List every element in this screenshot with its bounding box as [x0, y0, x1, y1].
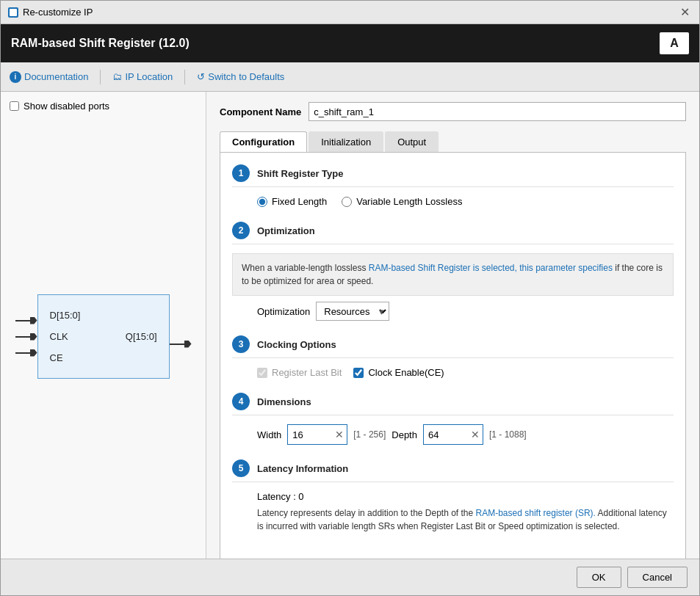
right-ports: [170, 321, 192, 352]
port-ce-arrow: [30, 349, 37, 357]
main-content: Show disabled ports: [1, 92, 699, 559]
svg-rect-0: [10, 9, 17, 16]
width-clear-button[interactable]: ✕: [332, 425, 347, 444]
latency-content: Latency : 0 Latency represents delay in …: [232, 491, 674, 533]
left-panel: Show disabled ports: [1, 92, 206, 559]
show-ports-row: Show disabled ports: [10, 101, 197, 112]
latency-desc-highlight: RAM-based shift register (SR).: [476, 508, 596, 518]
depth-input-wrap: ✕: [423, 424, 483, 445]
port-clk-arrow: [30, 333, 37, 341]
depth-clear-button[interactable]: ✕: [468, 425, 483, 444]
optimization-info-box: When a variable-length lossless RAM-base…: [232, 253, 674, 296]
clock-enable-option[interactable]: Clock Enable(CE): [353, 367, 444, 378]
component-ports: D[15:0] CLK Q[15:0] CE: [50, 305, 157, 368]
component-name-label: Component Name: [220, 106, 301, 117]
section-4-header: 4 Dimensions: [232, 393, 674, 415]
show-disabled-ports-checkbox[interactable]: [10, 101, 19, 111]
register-last-bit-checkbox: [257, 368, 267, 378]
ip-location-button[interactable]: 🗂 IP Location: [112, 71, 173, 82]
title-bar-left: Re-customize IP: [8, 7, 93, 18]
component-diagram: D[15:0] CLK Q[15:0] CE: [10, 123, 197, 550]
optimization-select[interactable]: Resources Speed: [316, 302, 389, 321]
register-last-bit-option: Register Last Bit: [257, 367, 342, 378]
width-label: Width: [257, 429, 281, 440]
step-2-circle: 2: [232, 222, 250, 239]
section-2-header: 2 Optimization: [232, 222, 674, 244]
register-last-bit-label: Register Last Bit: [272, 367, 342, 378]
shift-register-type-options: Fixed Length Variable Length Lossless: [232, 196, 674, 207]
port-clk-line: [15, 336, 30, 338]
component-box: D[15:0] CLK Q[15:0] CE: [37, 294, 170, 379]
info-icon: i: [10, 71, 21, 83]
app-title: RAM-based Shift Register (12.0): [11, 37, 190, 50]
refresh-icon: ↺: [197, 71, 205, 82]
step-5-circle: 5: [232, 459, 250, 477]
optimization-info-highlight: RAM-based Shift Register is selected, th…: [369, 263, 613, 273]
depth-input[interactable]: [424, 425, 468, 444]
section-3-title: Clocking Options: [257, 339, 336, 350]
radio-variable-length[interactable]: Variable Length Lossless: [342, 196, 462, 207]
documentation-button[interactable]: i Documentation: [10, 71, 88, 83]
component-port-d: D[15:0]: [50, 310, 157, 321]
tab-content: 1 Shift Register Type Fixed Length Varia…: [220, 153, 686, 559]
depth-range: [1 - 1088]: [489, 429, 527, 440]
clock-enable-label: Clock Enable(CE): [368, 367, 444, 378]
folder-icon: 🗂: [112, 71, 122, 82]
port-d-arrow: [30, 317, 37, 324]
port-q-line: [170, 344, 184, 345]
toolbar-separator-2: [184, 70, 185, 84]
right-panel: Component Name Configuration Initializat…: [206, 92, 699, 559]
port-q-arrow: [184, 341, 192, 348]
width-input-wrap: ✕: [287, 424, 347, 445]
step-3-circle: 3: [232, 335, 250, 353]
documentation-label: Documentation: [24, 71, 88, 82]
component-name-row: Component Name: [220, 102, 686, 121]
radio-variable-length-label: Variable Length Lossless: [356, 196, 462, 207]
tab-output[interactable]: Output: [385, 131, 439, 152]
section-1-header: 1 Shift Register Type: [232, 164, 674, 187]
port-ce: [15, 349, 37, 357]
section-latency: 5 Latency Information Latency : 0 Latenc…: [232, 459, 674, 533]
port-d: [15, 317, 37, 324]
component-name-input[interactable]: [308, 102, 686, 121]
section-optimization: 2 Optimization When a variable-length lo…: [232, 222, 674, 321]
port-d-line: [15, 320, 30, 321]
section-3-header: 3 Clocking Options: [232, 335, 674, 358]
cancel-button[interactable]: Cancel: [627, 567, 688, 588]
section-shift-register-type: 1 Shift Register Type Fixed Length Varia…: [232, 164, 674, 207]
switch-defaults-button[interactable]: ↺ Switch to Defaults: [197, 71, 284, 82]
depth-label: Depth: [392, 429, 417, 440]
port-q: [170, 341, 192, 348]
width-input[interactable]: [288, 425, 332, 444]
left-ports: [15, 313, 37, 361]
section-5-title: Latency Information: [257, 463, 348, 474]
toolbar: i Documentation 🗂 IP Location ↺ Switch t…: [1, 62, 699, 92]
clocking-checkboxes: Register Last Bit Clock Enable(CE): [232, 367, 674, 378]
close-button[interactable]: ✕: [677, 5, 692, 20]
step-1-circle: 1: [232, 164, 250, 182]
app-header: RAM-based Shift Register (12.0) A: [1, 24, 699, 62]
port-d-label: D[15:0]: [50, 310, 81, 321]
component-port-ce: CE: [50, 352, 157, 363]
latency-value: Latency : 0: [257, 491, 674, 502]
component-diagram-inner: D[15:0] CLK Q[15:0] CE: [15, 294, 192, 379]
switch-defaults-label: Switch to Defaults: [208, 71, 284, 82]
tab-initialization[interactable]: Initialization: [308, 131, 383, 152]
optimization-form-row: Optimization Resources Speed ▾: [232, 302, 674, 321]
show-disabled-ports-label: Show disabled ports: [24, 101, 109, 112]
section-1-title: Shift Register Type: [257, 168, 344, 179]
latency-desc-1: Latency represents delay in addition to …: [257, 508, 476, 518]
step-4-circle: 4: [232, 393, 250, 410]
width-range: [1 - 256]: [353, 429, 386, 440]
clock-enable-checkbox[interactable]: [353, 368, 364, 378]
section-4-title: Dimensions: [257, 396, 311, 407]
radio-fixed-length[interactable]: Fixed Length: [257, 196, 327, 207]
tab-configuration[interactable]: Configuration: [220, 131, 307, 152]
port-clk-label: CLK: [50, 331, 68, 342]
port-clk: [15, 333, 37, 341]
section-clocking: 3 Clocking Options Register Last Bit Clo…: [232, 335, 674, 378]
ok-button[interactable]: OK: [577, 567, 621, 588]
optimization-label: Optimization: [257, 306, 310, 317]
port-ce-line: [15, 352, 30, 354]
ip-location-label: IP Location: [125, 71, 173, 82]
